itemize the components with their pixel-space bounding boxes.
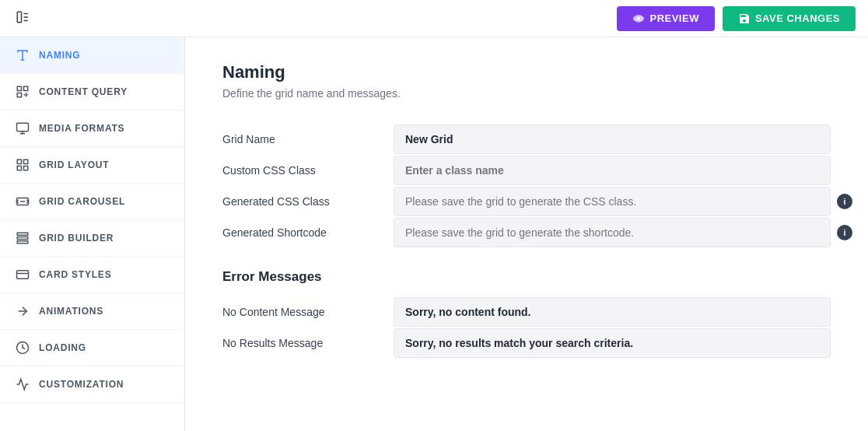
error-messages-title: Error Messages [222, 269, 831, 285]
save-changes-button[interactable]: SAVE CHANGES [723, 6, 856, 31]
no-content-input[interactable] [394, 297, 831, 327]
grid-name-wrap [394, 124, 831, 154]
grid-layout-icon [16, 158, 30, 172]
svg-rect-10 [17, 123, 29, 131]
svg-rect-13 [17, 159, 21, 163]
card-styles-icon [16, 268, 30, 282]
generated-css-input[interactable] [394, 187, 831, 216]
generated-shortcode-wrap: i [394, 218, 831, 247]
grid-name-label: Grid Name [222, 125, 394, 153]
no-content-label: No Content Message [222, 298, 394, 326]
page-description: Define the grid name and messages. [222, 87, 831, 100]
sidebar-item-media-formats[interactable]: MEDIA FORMATS [0, 110, 184, 147]
sidebar-icon [16, 10, 30, 24]
main-content: Naming Define the grid name and messages… [185, 37, 868, 431]
sidebar-item-animations[interactable]: ANIMATIONS [0, 293, 184, 330]
svg-rect-7 [17, 86, 21, 90]
sidebar-item-customization[interactable]: CUSTOMIZATION [0, 366, 184, 403]
field-row-custom-css: Custom CSS Class [222, 156, 831, 185]
no-content-wrap [394, 297, 831, 327]
field-row-no-content: No Content Message [222, 297, 831, 327]
svg-rect-15 [17, 166, 21, 170]
preview-icon [632, 12, 645, 25]
grid-builder-icon [16, 231, 30, 245]
sidebar: NAMING CONTENT QUERY MEDIA FORMATS GRID … [0, 37, 185, 431]
svg-rect-21 [17, 241, 28, 244]
no-results-wrap [394, 328, 831, 358]
content-query-icon [16, 85, 30, 99]
generated-css-label: Generated CSS Class [222, 187, 394, 216]
generated-shortcode-label: Generated Shortcode [222, 219, 394, 247]
sidebar-item-card-styles[interactable]: CARD STYLES [0, 257, 184, 293]
no-results-input[interactable] [394, 328, 831, 358]
svg-rect-0 [17, 12, 21, 23]
generated-shortcode-input[interactable] [394, 218, 831, 247]
field-row-generated-shortcode: Generated Shortcode i [222, 218, 831, 247]
generated-css-info-icon[interactable]: i [837, 194, 852, 209]
sidebar-item-grid-layout[interactable]: GRID LAYOUT [0, 147, 184, 184]
sidebar-toggle-button[interactable] [12, 7, 33, 30]
grid-carousel-icon [16, 194, 30, 208]
grid-name-input[interactable] [394, 124, 831, 154]
sidebar-item-naming[interactable]: NAMING [0, 37, 184, 74]
svg-rect-22 [17, 271, 29, 279]
sidebar-item-content-query[interactable]: CONTENT QUERY [0, 74, 184, 110]
topbar-left [12, 7, 33, 30]
naming-fields: Grid Name Custom CSS Class Generated CSS… [222, 124, 831, 247]
media-formats-icon [16, 121, 30, 135]
custom-css-label: Custom CSS Class [222, 156, 394, 184]
naming-icon [16, 48, 30, 62]
svg-rect-20 [17, 237, 28, 240]
customization-icon [16, 377, 30, 391]
generated-shortcode-info-icon[interactable]: i [837, 225, 852, 240]
custom-css-wrap [394, 156, 831, 185]
svg-rect-9 [17, 93, 21, 97]
layout: NAMING CONTENT QUERY MEDIA FORMATS GRID … [0, 37, 868, 431]
sidebar-item-grid-carousel[interactable]: GRID CAROUSEL [0, 184, 184, 220]
save-icon [738, 12, 751, 25]
custom-css-input[interactable] [394, 156, 831, 185]
sidebar-item-grid-builder[interactable]: GRID BUILDER [0, 220, 184, 257]
preview-button[interactable]: PREVIEW [617, 6, 714, 31]
svg-rect-16 [24, 166, 28, 170]
loading-icon [16, 341, 30, 355]
field-row-generated-css: Generated CSS Class i [222, 187, 831, 216]
animations-icon [16, 304, 30, 318]
topbar: PREVIEW SAVE CHANGES [0, 0, 868, 37]
svg-rect-14 [24, 159, 28, 163]
field-row-grid-name: Grid Name [222, 124, 831, 154]
topbar-right: PREVIEW SAVE CHANGES [617, 6, 856, 31]
field-row-no-results: No Results Message [222, 328, 831, 358]
error-fields: No Content Message No Results Message [222, 297, 831, 358]
sidebar-item-loading[interactable]: LOADING [0, 330, 184, 366]
svg-rect-19 [17, 233, 28, 235]
generated-css-wrap: i [394, 187, 831, 216]
no-results-label: No Results Message [222, 329, 394, 357]
svg-rect-8 [24, 86, 28, 90]
page-title: Naming [222, 62, 831, 82]
